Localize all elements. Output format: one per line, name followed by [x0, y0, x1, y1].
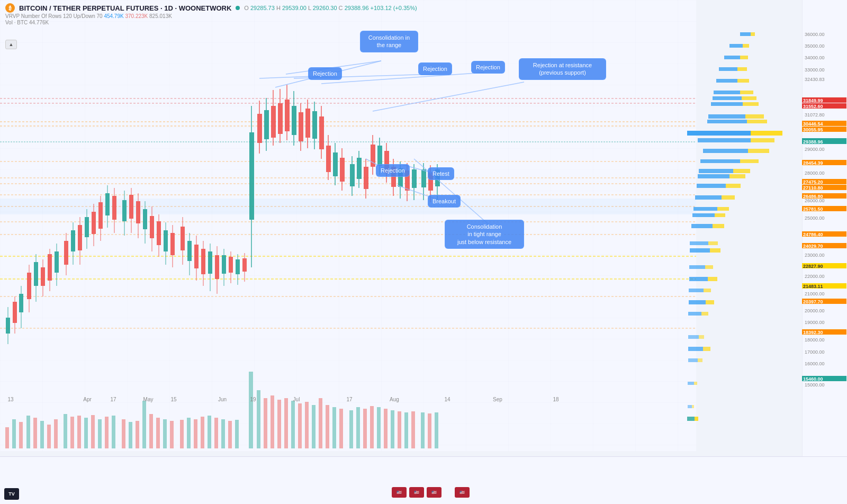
svg-rect-50 — [729, 174, 745, 178]
annotation-rejection4: Rejection — [376, 164, 410, 177]
svg-text:35000.00: 35000.00 — [805, 43, 825, 49]
svg-rect-142 — [201, 249, 205, 274]
svg-rect-32 — [742, 96, 756, 100]
svg-rect-320 — [339, 409, 343, 448]
vrvp-info: VRVP Number Of Rows 120 Up/Down 70 454.7… — [5, 13, 417, 19]
svg-rect-45 — [700, 159, 740, 163]
svg-rect-67 — [689, 277, 708, 281]
svg-text:27110.80: 27110.80 — [803, 185, 823, 191]
svg-rect-74 — [701, 312, 708, 316]
svg-rect-21 — [729, 44, 743, 48]
time-axis: 13 Apr 17 May 15 Jun 19 Jul 17 Aug 14 Se… — [0, 443, 643, 453]
svg-rect-79 — [688, 358, 698, 362]
svg-rect-134 — [170, 233, 175, 255]
svg-text:15460.00: 15460.00 — [803, 376, 823, 382]
svg-rect-114 — [98, 202, 103, 229]
svg-rect-39 — [687, 131, 751, 136]
svg-rect-54 — [722, 195, 735, 200]
volume-bars — [0, 369, 643, 454]
time-label-sep18: 18 — [553, 397, 558, 402]
collapse-button[interactable]: ▲ — [5, 40, 17, 49]
svg-text:32430.83: 32430.83 — [805, 77, 825, 82]
svg-text:30446.54: 30446.54 — [803, 121, 823, 127]
svg-rect-132 — [164, 230, 168, 251]
svg-rect-64 — [710, 248, 720, 253]
svg-text:24786.40: 24786.40 — [803, 232, 823, 237]
svg-rect-44 — [748, 149, 769, 153]
svg-rect-85 — [687, 417, 695, 421]
svg-rect-66 — [705, 265, 713, 269]
svg-text:31552.60: 31552.60 — [803, 104, 823, 109]
svg-text:27475.20: 27475.20 — [803, 179, 823, 185]
svg-rect-317 — [319, 398, 322, 448]
svg-rect-158 — [257, 114, 262, 143]
svg-rect-316 — [312, 405, 316, 448]
svg-text:29000.00: 29000.00 — [805, 147, 825, 152]
svg-rect-156 — [249, 132, 254, 220]
svg-rect-72 — [706, 300, 714, 304]
svg-text:24029.70: 24029.70 — [803, 244, 823, 249]
svg-rect-174 — [312, 111, 317, 139]
ohlc-row: O 29285.73 H 29539.00 L 29260.30 C 29388… — [244, 5, 417, 11]
svg-rect-184 — [350, 164, 355, 186]
svg-rect-102 — [55, 251, 59, 273]
svg-rect-310 — [271, 395, 274, 448]
svg-rect-86 — [695, 417, 698, 421]
annotation-rejection2: Rejection — [418, 62, 452, 75]
flag-icon-3: 🇺🇸 — [427, 487, 441, 498]
svg-text:33000.00: 33000.00 — [805, 67, 825, 73]
svg-rect-81 — [688, 382, 694, 385]
svg-rect-76 — [699, 335, 704, 339]
svg-rect-160 — [264, 110, 269, 139]
svg-rect-166 — [285, 100, 290, 131]
time-label-apr17: 17 — [110, 397, 116, 402]
svg-rect-57 — [692, 213, 715, 217]
svg-rect-319 — [332, 407, 336, 448]
svg-rect-38 — [747, 120, 767, 123]
svg-rect-78 — [703, 347, 710, 351]
svg-rect-71 — [689, 300, 706, 304]
svg-rect-307 — [249, 372, 253, 448]
svg-text:26000.00: 26000.00 — [805, 198, 825, 203]
svg-text:19000.00: 19000.00 — [805, 320, 825, 325]
annotation-rejection3: Rejection — [471, 61, 505, 74]
svg-rect-20 — [751, 32, 755, 36]
svg-rect-322 — [356, 407, 360, 448]
svg-text:25000.00: 25000.00 — [805, 215, 825, 221]
svg-rect-42 — [751, 138, 774, 142]
svg-rect-138 — [187, 241, 192, 261]
svg-rect-312 — [284, 398, 288, 448]
svg-rect-94 — [27, 273, 31, 299]
svg-rect-43 — [703, 149, 748, 153]
svg-rect-82 — [694, 382, 697, 385]
time-label-aug: Aug — [390, 397, 399, 402]
svg-text:22827.90: 22827.90 — [803, 264, 823, 269]
chart-container: Consolidation in the range Rejection Rej… — [0, 0, 847, 504]
svg-text:36000.00: 36000.00 — [805, 32, 825, 37]
svg-rect-148 — [222, 255, 226, 274]
svg-rect-88 — [6, 318, 10, 334]
svg-rect-37 — [707, 120, 747, 123]
svg-rect-63 — [690, 248, 710, 253]
svg-rect-56 — [717, 207, 729, 211]
svg-rect-52 — [726, 184, 741, 188]
svg-rect-92 — [19, 294, 23, 312]
svg-rect-180 — [333, 152, 338, 176]
svg-rect-164 — [278, 103, 283, 134]
svg-rect-53 — [695, 195, 722, 200]
svg-text:20000.00: 20000.00 — [805, 308, 825, 313]
tradingview-logo: TV — [4, 488, 19, 500]
svg-rect-35 — [708, 114, 745, 119]
svg-rect-154 — [242, 258, 247, 272]
svg-rect-314 — [298, 403, 302, 448]
svg-rect-46 — [740, 159, 759, 163]
svg-rect-22 — [743, 44, 749, 48]
svg-rect-24 — [740, 56, 748, 59]
svg-rect-23 — [724, 56, 740, 59]
annotation-rejection-resistance: Rejection at resistance(previous support… — [519, 58, 606, 80]
flag-icon-1: 🇺🇸 — [392, 487, 407, 498]
svg-rect-182 — [340, 158, 345, 182]
svg-text:29388.96: 29388.96 — [803, 139, 823, 145]
svg-text:28454.39: 28454.39 — [803, 160, 823, 166]
svg-rect-106 — [71, 230, 75, 251]
